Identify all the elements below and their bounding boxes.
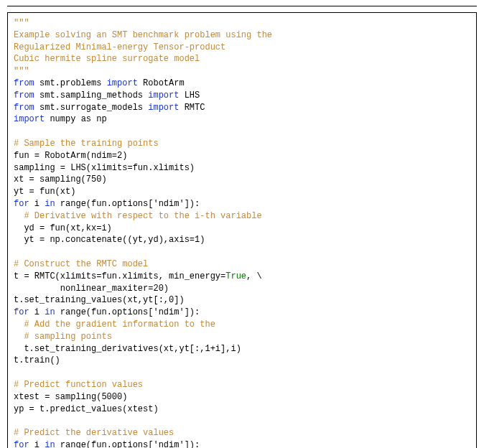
token-kw: import xyxy=(148,103,179,113)
code-line: yt = fun(xt) xyxy=(14,186,470,198)
code-line: # Derivative with respect to the i-th va… xyxy=(14,210,470,223)
token-str: # Predict function values xyxy=(14,380,143,390)
code-line: fun = RobotArm(ndim=2) xyxy=(14,150,470,162)
token-id: t.train() xyxy=(14,355,60,365)
code-line: Regularized Minimal-energy Tensor-produc… xyxy=(14,42,470,54)
token-id: yt = fun(xt) xyxy=(14,187,75,197)
code-line: # Predict the derivative values xyxy=(14,427,470,439)
code-line: xtest = sampling(5000) xyxy=(14,391,470,403)
top-rule xyxy=(7,6,477,6)
token-kw: import xyxy=(107,78,138,88)
token-id xyxy=(14,319,24,330)
token-id: sampling = LHS(xlimits=fun.xlimits) xyxy=(14,163,195,173)
token-id: RMTC xyxy=(179,103,205,113)
token-id: nonlinear_maxiter=20) xyxy=(14,284,169,294)
code-line: import numpy as np xyxy=(14,113,470,126)
code-line: """ xyxy=(14,17,470,29)
token-id: , \ xyxy=(246,271,262,281)
token-kw: for xyxy=(14,440,29,448)
code-line: yp = t.predict_values(xtest) xyxy=(14,403,470,416)
token-kw: from xyxy=(14,90,34,101)
token-id: xtest = sampling(5000) xyxy=(14,392,127,402)
code-line: Cubic hermite spline surrogate model xyxy=(14,53,470,65)
token-str: # Sample the training points xyxy=(14,139,159,149)
token-str: # Add the gradient information to the xyxy=(24,319,215,330)
token-kw: for xyxy=(14,307,29,317)
code-line: # sampling points xyxy=(14,331,470,343)
code-line: for i in range(fun.options['ndim']): xyxy=(14,439,470,448)
code-line: xt = sampling(750) xyxy=(14,174,470,186)
token-str: # Derivative with respect to the i-th va… xyxy=(24,211,261,221)
token-id: yt = np.concatenate((yt,yd),axis=1) xyxy=(14,235,205,245)
token-id: range(fun.options['ndim']): xyxy=(55,307,200,317)
page-frame: """Example solving an SMT benchmark prob… xyxy=(0,0,484,448)
code-line: for i in range(fun.options['ndim']): xyxy=(14,198,470,210)
token-kw: import xyxy=(14,114,45,124)
token-kw: in xyxy=(45,440,55,448)
token-str: """ xyxy=(14,18,29,28)
token-id xyxy=(14,332,24,342)
code-line: for i in range(fun.options['ndim']): xyxy=(14,307,470,319)
code-line: yd = fun(xt,kx=i) xyxy=(14,223,470,235)
code-line: # Predict function values xyxy=(14,379,470,391)
token-id: range(fun.options['ndim']): xyxy=(55,199,200,209)
code-line: sampling = LHS(xlimits=fun.xlimits) xyxy=(14,162,470,174)
token-id xyxy=(14,211,24,221)
token-kw: from xyxy=(14,78,34,88)
token-id: i xyxy=(29,199,45,209)
code-line xyxy=(14,126,470,138)
token-id: xt = sampling(750) xyxy=(14,174,107,185)
code-line: t.set_training_derivatives(xt,yt[:,1+i],… xyxy=(14,343,470,355)
code-line: nonlinear_maxiter=20) xyxy=(14,283,470,295)
token-str: Regularized Minimal-energy Tensor-produc… xyxy=(14,42,225,52)
token-id: i xyxy=(29,307,45,317)
code-line: from smt.sampling_methods import LHS xyxy=(14,90,470,102)
token-id: smt.problems xyxy=(34,78,107,88)
token-id: t.set_training_derivatives(xt,yt[:,1+i],… xyxy=(14,344,241,354)
code-line: # Add the gradient information to the xyxy=(14,319,470,331)
token-id: yp = t.predict_values(xtest) xyxy=(14,404,159,414)
token-id: yd = fun(xt,kx=i) xyxy=(14,223,112,233)
token-kw: import xyxy=(148,90,179,101)
token-str: Example solving an SMT benchmark problem… xyxy=(14,30,272,40)
code-line: t.set_training_values(xt,yt[:,0]) xyxy=(14,294,470,307)
token-str: # Predict the derivative values xyxy=(14,428,174,438)
token-str: # sampling points xyxy=(24,332,111,342)
token-id: smt.sampling_methods xyxy=(34,90,148,101)
token-kw: in xyxy=(45,307,55,317)
token-id: t = RMTC(xlimits=fun.xlimits, min_energy… xyxy=(14,271,225,281)
token-kw: from xyxy=(14,103,34,113)
code-line: t.train() xyxy=(14,355,470,367)
token-str: # Construct the RMTC model xyxy=(14,259,148,269)
code-line: # Construct the RMTC model xyxy=(14,258,470,271)
token-bool: True xyxy=(225,271,246,281)
token-id: smt.surrogate_models xyxy=(34,103,148,113)
token-id: range(fun.options['ndim']): xyxy=(55,440,200,448)
code-line xyxy=(14,367,470,379)
code-listing: """Example solving an SMT benchmark prob… xyxy=(7,12,477,448)
token-kw: for xyxy=(14,199,29,209)
code-line: Example solving an SMT benchmark problem… xyxy=(14,29,470,42)
code-line xyxy=(14,246,470,258)
code-line: from smt.problems import RobotArm xyxy=(14,78,470,90)
token-id: LHS xyxy=(179,90,200,101)
code-line: # Sample the training points xyxy=(14,138,470,150)
code-line xyxy=(14,415,470,427)
code-line: from smt.surrogate_models import RMTC xyxy=(14,102,470,114)
code-line: yt = np.concatenate((yt,yd),axis=1) xyxy=(14,234,470,246)
token-id: numpy as np xyxy=(45,114,106,124)
token-id: i xyxy=(29,440,45,448)
token-id: RobotArm xyxy=(138,78,185,88)
token-str: Cubic hermite spline surrogate model xyxy=(14,54,200,64)
token-id: t.set_training_values(xt,yt[:,0]) xyxy=(14,295,185,305)
code-line: t = RMTC(xlimits=fun.xlimits, min_energy… xyxy=(14,271,470,283)
token-str: """ xyxy=(14,66,29,76)
token-kw: in xyxy=(45,199,55,209)
code-line: """ xyxy=(14,65,470,78)
token-id: fun = RobotArm(ndim=2) xyxy=(14,151,127,161)
